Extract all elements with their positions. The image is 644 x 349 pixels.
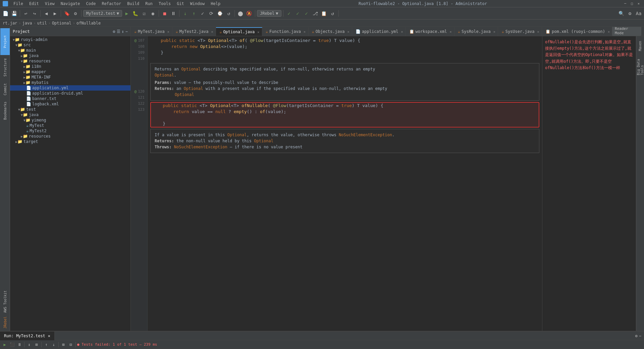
tree-item-main[interactable]: ▼ 📁 main [10,48,130,53]
tab-close-icon[interactable]: ✕ [304,30,306,34]
profile-button[interactable]: ◉ [149,9,157,17]
undo-button[interactable]: ↩ [22,9,30,17]
tree-item-test-resources[interactable]: ▶ 📁 resources [10,134,130,139]
git-refresh-icon[interactable]: ↺ [329,9,337,17]
menu-edit[interactable]: Edit [26,1,42,7]
git-push-button[interactable]: ↑ [190,9,198,17]
menu-refactor[interactable]: Refactor [99,1,124,7]
run-rerun-button[interactable]: ▶ [1,341,8,348]
menu-help[interactable]: Help [208,1,223,7]
run-stop-button[interactable]: ⬛ [9,341,15,348]
menu-view[interactable]: View [42,1,57,7]
reader-mode-button[interactable]: Reader Mode [612,27,641,36]
project-gear-icon[interactable]: ⚙ [113,29,115,34]
tab-mytest[interactable]: ☕ MyTest.java ✕ [131,27,172,36]
minimize-panel-icon[interactable]: − [639,334,641,338]
tree-item-mybatis[interactable]: ▶ 📁 mybatis [10,80,130,85]
tree-item-mytest2[interactable]: ☕ MyTest2 [10,128,130,134]
tab-pomxml[interactable]: 📋 pom.xml (ruoyi-common) ✕ [542,27,612,36]
settings-icon[interactable]: ⚙ [635,334,638,338]
tree-item-test-java[interactable]: ▼ 📁 java [10,112,130,117]
mute-button[interactable]: 🔕 [245,9,253,17]
code-content[interactable]: public static <T> Optional <T> of ( @Flo… [148,36,542,331]
side-structure-icon[interactable]: Structure [1,56,9,79]
settings-button[interactable]: ⚙ [71,9,79,17]
tab-sysrole[interactable]: ☕ SysRole.java ✕ [454,27,498,36]
tab-close-icon[interactable]: ✕ [537,30,539,34]
close-run-tab-icon[interactable]: ✕ [48,334,50,338]
breadcrumb-java[interactable]: java [22,21,32,26]
menu-tools[interactable]: Tools [156,1,173,7]
tab-workspace[interactable]: 📋 workspace.xml ✕ [406,27,454,36]
side-project-icon[interactable]: Project [0,28,10,55]
back-button[interactable]: ◀ [42,9,50,17]
menu-build[interactable]: Build [124,1,142,7]
close-button[interactable]: ✕ [636,1,641,6]
save-button[interactable]: 💾 [10,9,18,17]
search-everywhere-button[interactable]: 🔍 [617,9,625,17]
project-sort-icon[interactable]: ↕ [122,29,124,34]
project-collapse-icon[interactable]: − [125,29,128,34]
coverage-button[interactable]: ☑ [140,9,148,17]
tab-objects[interactable]: ☕ Objects.java ✕ [309,27,353,36]
tree-item-src[interactable]: ▼ 📁 src [10,42,130,48]
tab-close-icon[interactable]: ✕ [493,30,495,34]
project-layout-icon[interactable]: ☰ [117,29,120,34]
run-collapse-button[interactable]: ⊟ [67,341,74,348]
tree-item-mytest[interactable]: ☕ MyTest [10,123,130,128]
big-data-tab[interactable]: Big Data Tools [637,55,644,75]
menu-code[interactable]: Code [84,1,99,7]
translate-button[interactable]: Aa [635,9,643,17]
stop-button[interactable]: ■ [161,9,169,17]
git-status-ok-icon[interactable]: ✓ [285,9,293,17]
tab-close-icon[interactable]: ✕ [449,30,451,34]
forward-button[interactable]: ▶ [51,9,59,17]
settings-gear-button[interactable]: ⚙ [626,9,634,17]
tab-function[interactable]: ☕ Function.java ✕ [262,27,309,36]
run-filter-button[interactable]: ⊞ [33,341,40,348]
tree-item-test[interactable]: ▼ 📁 test [10,107,130,112]
maximize-button[interactable]: □ [629,1,635,6]
menu-run[interactable]: Run [143,1,155,7]
tree-item-java[interactable]: ▶ 📁 java [10,53,130,58]
maven-tab[interactable]: Maven [638,38,642,54]
menu-navigate[interactable]: Navigate [58,1,83,7]
tab-appyml[interactable]: 📄 application.yml ✕ [352,27,406,36]
tree-item-target[interactable]: ▶ 📁 target [10,139,130,144]
tree-item-application-yml[interactable]: 📄 application.yml [10,85,130,91]
git-branch-icon[interactable]: ⎇ [311,9,319,17]
pause-button[interactable]: ⏸ [169,9,177,17]
menu-file[interactable]: File [11,1,26,7]
breadcrumb-rtjar[interactable]: rt.jar [3,21,17,26]
tree-item-yimeng[interactable]: ▼ 📁 yimeng [10,117,130,123]
tree-item-logback[interactable]: 📄 logback.xml [10,101,130,107]
breadcrumb-util[interactable]: util [37,21,47,26]
git-action-icon[interactable]: ✓ [303,9,311,17]
git-commit-button[interactable]: ✓ [199,9,207,17]
side-aws-icon[interactable]: AWS Toolkit [1,290,9,313]
git-history-button[interactable]: ⌚ [216,9,224,17]
menu-window[interactable]: Window [187,1,207,7]
run-sort-button[interactable]: ↕ [26,341,33,348]
run-pause-button[interactable]: ⏸ [16,341,23,348]
bookmark-button[interactable]: 🔖 [63,9,71,17]
side-jrebel-icon[interactable]: JRebel [1,314,9,331]
tab-sysuser[interactable]: ☕ SysUser.java ✕ [498,27,542,36]
breadcrumb-ofnullable[interactable]: ofNullable [76,21,101,26]
menu-git[interactable]: Git [174,1,187,7]
run-button[interactable]: ▶ [123,9,131,17]
redo-button[interactable]: ↪ [31,9,39,17]
tab-mytest2[interactable]: ☕ MyTest2.java ✕ [172,27,216,36]
side-commit-icon[interactable]: Commit [1,80,9,98]
tab-close-icon[interactable]: ✕ [608,30,610,34]
tree-item-ruoyi-admin[interactable]: ▼ 📁 ruoyi-admin [10,37,130,42]
tree-item-mapper[interactable]: ▶ 📁 mapper [10,69,130,74]
debug-button[interactable]: 🐛 [131,9,140,17]
tab-close-icon[interactable]: ✕ [167,30,169,34]
git-check-icon[interactable]: ✓ [294,9,302,17]
breadcrumb-optional[interactable]: Optional [52,21,71,26]
breakpoints-button[interactable]: ⬤ [236,9,245,17]
tree-item-app-druid[interactable]: 📄 application-druid.yml [10,91,130,96]
tree-item-i18n[interactable]: ▶ 📁 i18n [10,64,130,69]
revert-button[interactable]: ↺ [225,9,233,17]
